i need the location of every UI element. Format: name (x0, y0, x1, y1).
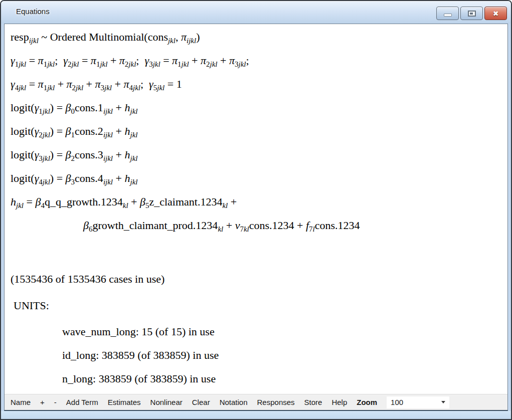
equation-token: β (83, 219, 89, 232)
equation-token: + (113, 148, 124, 161)
equation-token: ) = (50, 148, 66, 161)
toolbar-button-notation[interactable]: Notation (220, 398, 248, 406)
equation-token: 4 (129, 84, 133, 92)
equation-token: jkl (100, 60, 107, 68)
equation-token: = 1 (164, 78, 182, 90)
equation-token: β (140, 195, 145, 208)
toolbar-button-add-term[interactable]: Add Term (66, 398, 98, 406)
equation-token: 3 (101, 84, 105, 92)
equation-line[interactable]: wave_num_long: 15 (of 15) in use (11, 320, 507, 343)
equation-token: jkl (43, 154, 50, 162)
maximize-button[interactable] (460, 7, 483, 20)
equation-token: ; (136, 54, 144, 67)
equation-token: 0 (71, 107, 75, 115)
equation-line[interactable]: logit(γ4jkl) = β3cons.4ijkl + hjkl (11, 166, 507, 190)
equation-token: + (83, 78, 95, 90)
equation-token: cons.2 (75, 125, 103, 137)
toolbar-button-responses[interactable]: Responses (257, 398, 295, 406)
equation-token: π (172, 54, 178, 67)
toolbar-button-nonlinear[interactable]: Nonlinear (150, 398, 183, 406)
equation-line[interactable]: UNITS: (11, 294, 507, 317)
toolbar-button-store[interactable]: Store (304, 398, 322, 406)
equations-list: respijkl ~ Ordered Multinomial(consjkl, … (5, 24, 507, 390)
equation-line[interactable]: (1535436 of 1535436 cases in use) (11, 267, 507, 291)
equation-line[interactable]: logit(γ3jkl) = β2cons.3ijkl + hjkl (11, 143, 507, 166)
equation-line[interactable]: logit(γ1jkl) = β0cons.1ijkl + hjkl (11, 96, 507, 119)
equation-token: ijkl (29, 37, 39, 45)
equation-token: jkl (210, 60, 218, 68)
equation-token: jkl (43, 131, 50, 139)
equation-line[interactable]: γ1jkl = π1jkl; γ2jkl = π1jkl + π2jkl; γ3… (11, 49, 507, 72)
equation-token: γ (11, 54, 15, 67)
equation-token: π (229, 54, 235, 67)
equation-token: 2 (71, 154, 75, 162)
equation-line[interactable]: γ4jkl = π1jkl + π2jkl + π3jkl + π4jkl; γ… (11, 72, 507, 96)
equation-line[interactable]: id_long: 383859 (of 383859) in use (11, 343, 507, 367)
equation-line[interactable]: n_long: 383859 (of 383859) in use (11, 367, 507, 390)
equation-line[interactable]: respijkl ~ Ordered Multinomial(consjkl, … (11, 25, 507, 49)
toolbar-button-minus[interactable]: - (54, 398, 57, 406)
equation-token: ~ Ordered Multinomial(cons (39, 31, 168, 43)
toolbar-button-help[interactable]: Help (331, 398, 347, 406)
equation-token: h (124, 125, 130, 137)
equation-token: β (66, 148, 71, 161)
equation-token: kl (218, 225, 223, 233)
equation-token: q_q_growth.1234 (45, 195, 123, 208)
equation-token: 1 (39, 107, 43, 115)
zoom-value: 100 (391, 398, 403, 406)
equation-token: jkl (104, 84, 112, 92)
equation-token: + (223, 219, 235, 232)
equation-token: ijkl (187, 37, 196, 45)
equation-token: ; (140, 78, 149, 90)
window-body: respijkl ~ Ordered Multinomial(consjkl, … (4, 24, 508, 411)
equation-token: + (112, 78, 123, 90)
equation-token: γ (144, 54, 149, 67)
minimize-button[interactable] (436, 7, 459, 20)
equation-token: jkl (71, 60, 79, 68)
equation-token: jkl (76, 84, 83, 92)
equation-token: wave_num_long: 15 (of 15) in use (62, 325, 215, 338)
equation-token: ; (246, 54, 249, 67)
toolbar-button-estimates[interactable]: Estimates (108, 398, 141, 406)
equation-token: resp (11, 31, 29, 43)
equation-token: ijkl (103, 154, 113, 162)
equations-window: Equations ✖ respijkl ~ Ordered Multinomi… (0, 0, 512, 420)
equation-token: logit( (11, 101, 35, 114)
equation-token: π (38, 54, 44, 67)
toolbar-button-clear[interactable]: Clear (192, 398, 210, 406)
equation-token: π (181, 31, 187, 43)
equation-token: + (128, 195, 140, 208)
equation-line[interactable]: logit(γ2jkl) = β1cons.2ijkl + hjkl (11, 119, 507, 143)
equation-line[interactable]: hjkl = β4q_q_growth.1234kl + β5z_claiman… (11, 190, 507, 214)
equation-token: id_long: 383859 (of 383859) in use (62, 349, 219, 361)
equations-pane: respijkl ~ Ordered Multinomial(consjkl, … (5, 24, 507, 394)
toolbar-button-name[interactable]: Name (11, 398, 31, 406)
equation-token: logit( (11, 172, 35, 184)
equation-token: jkl (157, 84, 164, 92)
equation-token: β (66, 125, 71, 137)
equation-token: ijkl (103, 107, 113, 115)
equation-token: jkl (19, 84, 26, 92)
window-controls: ✖ (436, 7, 507, 20)
equation-token: π (123, 78, 129, 90)
equation-token: 4 (41, 201, 45, 209)
equation-token: UNITS: (14, 299, 49, 312)
equation-line[interactable]: β6growth_claimant_prod.1234kl + v7klcons… (11, 214, 507, 237)
equation-token: jkl (130, 107, 137, 115)
equation-token: 1 (44, 84, 48, 92)
equation-token: π (67, 78, 72, 90)
title-bar[interactable]: Equations ✖ (1, 1, 511, 24)
toolbar-button-plus[interactable]: + (40, 398, 45, 406)
equation-token: jkl (130, 131, 137, 139)
zoom-combobox[interactable]: 100 (387, 396, 449, 408)
equation-token: jkl (130, 154, 137, 162)
equation-token: π (119, 54, 125, 67)
close-button[interactable]: ✖ (484, 7, 507, 20)
equation-token: γ (11, 78, 15, 90)
equation-token: 2 (206, 60, 210, 68)
equation-token: 1 (178, 60, 182, 68)
equation-token: jkl (19, 60, 26, 68)
toolbar: Name+-Add TermEstimatesNonlinearClearNot… (5, 394, 507, 410)
equation-token: (1535436 of 1535436 cases in use) (11, 273, 164, 285)
equation-token: 3 (71, 178, 75, 186)
